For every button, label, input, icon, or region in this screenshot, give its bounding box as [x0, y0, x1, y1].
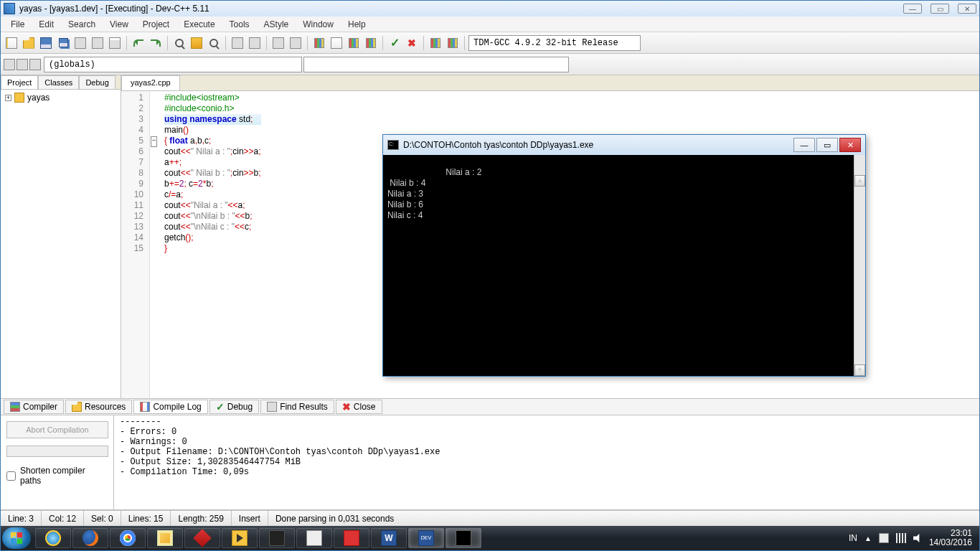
- redo-button[interactable]: [148, 35, 164, 51]
- separator: [382, 36, 383, 50]
- rebuild-button[interactable]: [363, 35, 379, 51]
- menu-file[interactable]: File: [4, 17, 32, 32]
- close-file-button[interactable]: [72, 35, 88, 51]
- save-button[interactable]: [38, 35, 54, 51]
- clock[interactable]: 23:01 14/03/2016: [929, 529, 972, 547]
- ie-icon: [45, 530, 61, 546]
- console-close-button[interactable]: ✕: [839, 138, 861, 152]
- find-icon: [267, 402, 277, 412]
- tray-language[interactable]: IN: [849, 533, 857, 543]
- menu-search[interactable]: Search: [61, 17, 103, 32]
- undo-button[interactable]: [131, 35, 146, 51]
- console-scrollbar[interactable]: ▲ ▼: [854, 155, 865, 376]
- console-titlebar[interactable]: D:\CONTOH\Contoh tyas\contoh DDp\yayas1.…: [383, 135, 865, 155]
- goto-bookmark-button[interactable]: [270, 35, 286, 51]
- close-all-button[interactable]: [90, 35, 105, 51]
- tab-resources[interactable]: Resources: [65, 400, 132, 414]
- minimize-button[interactable]: —: [903, 4, 922, 14]
- debug-button[interactable]: ✓: [387, 35, 402, 51]
- goto-decl-button[interactable]: [29, 59, 41, 70]
- console-minimize-button[interactable]: —: [793, 138, 815, 152]
- download-icon: [193, 529, 211, 547]
- save-all-button[interactable]: [55, 35, 71, 51]
- menu-view[interactable]: View: [103, 17, 136, 32]
- task-firefox[interactable]: [72, 528, 108, 548]
- menu-window[interactable]: Window: [296, 17, 341, 32]
- start-button[interactable]: [2, 527, 31, 549]
- compile-log-text[interactable]: -------- - Errors: 0 - Warnings: 0 - Out…: [114, 415, 979, 509]
- console-window[interactable]: D:\CONTOH\Contoh tyas\contoh DDp\yayas1.…: [382, 134, 866, 377]
- statusbar: Line: 3 Col: 12 Sel: 0 Lines: 15 Length:…: [1, 510, 979, 526]
- stop-icon: ✖: [407, 38, 416, 48]
- menu-tools[interactable]: Tools: [222, 17, 257, 32]
- goto-decl-icon: [29, 59, 41, 70]
- sidebar-tab-debug[interactable]: Debug: [79, 75, 115, 89]
- new-file-button[interactable]: [4, 35, 19, 51]
- new-class-button[interactable]: [4, 59, 15, 70]
- console-maximize-button[interactable]: ▭: [816, 138, 838, 152]
- goto-button[interactable]: [230, 35, 245, 51]
- delete-profile-button[interactable]: [445, 35, 461, 51]
- profile-button[interactable]: [428, 35, 443, 51]
- task-devcpp[interactable]: DEV: [408, 528, 444, 548]
- task-download[interactable]: [184, 528, 220, 548]
- tab-debug[interactable]: ✓Debug: [209, 400, 259, 414]
- menu-edit[interactable]: Edit: [32, 17, 61, 32]
- member-selector[interactable]: [303, 57, 569, 72]
- project-root[interactable]: + yayas: [5, 93, 116, 103]
- sidebar-tab-classes[interactable]: Classes: [38, 75, 79, 89]
- scroll-track[interactable]: [854, 166, 865, 364]
- find-button[interactable]: [171, 35, 187, 51]
- task-winamp[interactable]: [259, 528, 295, 548]
- compile-button[interactable]: [311, 35, 327, 51]
- separator: [126, 36, 127, 50]
- run-button[interactable]: [329, 35, 344, 51]
- task-media[interactable]: [222, 528, 258, 548]
- new-member-button[interactable]: [17, 59, 28, 70]
- system-tray[interactable]: IN ▲ 23:01 14/03/2016: [849, 529, 978, 547]
- task-cmd[interactable]: [446, 528, 481, 548]
- maximize-button[interactable]: ▭: [930, 4, 949, 14]
- print-icon: [109, 37, 121, 49]
- task-adobe[interactable]: [334, 528, 369, 548]
- separator: [307, 36, 308, 50]
- code-body[interactable]: #include<iostream>#include<conio.h>using…: [160, 91, 261, 398]
- replace-button[interactable]: [189, 35, 204, 51]
- compile-log-icon: [140, 402, 150, 412]
- tab-close[interactable]: ✖Close: [336, 400, 382, 414]
- taskbar[interactable]: W DEV IN ▲ 23:01 14/03/2016: [1, 526, 979, 550]
- compiler-selector[interactable]: [468, 35, 641, 51]
- project-tree[interactable]: + yayas: [1, 90, 121, 398]
- stop-button[interactable]: ✖: [404, 35, 420, 51]
- task-ie[interactable]: [35, 528, 71, 548]
- editor-tab[interactable]: yayas2.cpp: [121, 75, 180, 90]
- tab-compile-log[interactable]: Compile Log: [133, 400, 207, 414]
- menu-execute[interactable]: Execute: [176, 17, 222, 32]
- task-chrome[interactable]: [110, 528, 146, 548]
- tray-overflow-icon[interactable]: ▲: [864, 534, 872, 542]
- scroll-down-button[interactable]: ▼: [854, 364, 865, 376]
- print-button[interactable]: [107, 35, 123, 51]
- task-word[interactable]: W: [371, 528, 407, 548]
- menu-project[interactable]: Project: [136, 17, 176, 32]
- sidebar-tab-project[interactable]: Project: [1, 75, 38, 89]
- tab-compiler[interactable]: Compiler: [4, 400, 64, 414]
- task-explorer[interactable]: [147, 528, 183, 548]
- toggle-bookmark-button[interactable]: [288, 35, 303, 51]
- network-icon[interactable]: [896, 533, 906, 543]
- close-button[interactable]: ✕: [958, 4, 976, 14]
- task-dino[interactable]: [296, 528, 332, 548]
- menu-help[interactable]: Help: [341, 17, 373, 32]
- shorten-paths-input[interactable]: [6, 471, 16, 481]
- scope-selector[interactable]: [44, 57, 302, 72]
- find-in-files-button[interactable]: [206, 35, 222, 51]
- sound-icon[interactable]: [913, 534, 922, 542]
- tab-find-results[interactable]: Find Results: [260, 400, 334, 414]
- menu-astyle[interactable]: AStyle: [257, 17, 296, 32]
- action-center-icon[interactable]: [879, 533, 889, 543]
- open-button[interactable]: [21, 35, 37, 51]
- compile-run-button[interactable]: [346, 35, 362, 51]
- expand-icon[interactable]: +: [5, 95, 11, 101]
- shorten-paths-checkbox[interactable]: Shorten compiler paths: [6, 466, 108, 486]
- bookmark-button[interactable]: [247, 35, 263, 51]
